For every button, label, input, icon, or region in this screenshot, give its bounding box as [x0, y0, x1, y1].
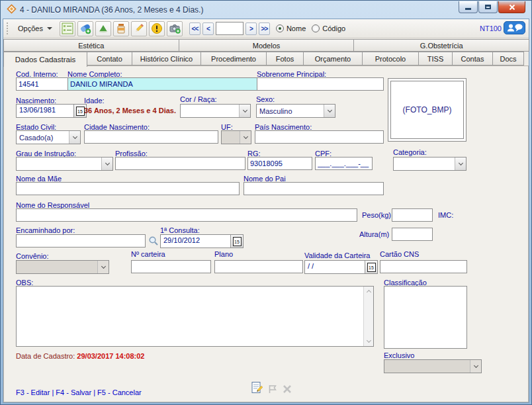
alert-button[interactable]: [149, 21, 165, 36]
jar-button[interactable]: [113, 21, 129, 36]
radio-nome[interactable]: Nome: [276, 24, 306, 32]
uf-select[interactable]: [221, 130, 251, 144]
nav-next-button[interactable]: >: [245, 22, 257, 35]
obs-scrollbar[interactable]: [363, 287, 373, 346]
tab-docs[interactable]: Docs: [492, 52, 524, 66]
chevron-down-icon: [72, 134, 77, 139]
estado-civil-select[interactable]: Casado(a): [16, 130, 81, 144]
radio-codigo[interactable]: Código: [312, 24, 345, 32]
medication-add-button[interactable]: [77, 21, 93, 36]
nav-prev-button[interactable]: <: [202, 22, 214, 35]
tab-gobstetricia[interactable]: G.Obstetrícia: [353, 39, 529, 52]
toolbar-grip[interactable]: [7, 22, 9, 34]
tab-modelos[interactable]: Modelos: [179, 39, 355, 52]
grau-instrucao-select[interactable]: [16, 157, 113, 171]
chevron-down-icon: [458, 161, 463, 165]
nome-responsavel-field[interactable]: [16, 208, 357, 222]
convenio-label: Convênio:: [16, 252, 49, 260]
patient-photo-box[interactable]: (FOTO_BMP): [388, 78, 466, 142]
tab-contas[interactable]: Contas: [452, 52, 493, 66]
camera-add-button[interactable]: [167, 21, 183, 36]
save-record-button[interactable]: [267, 384, 278, 396]
options-menu-button[interactable]: Opções: [13, 22, 58, 34]
scroll-down-icon[interactable]: [364, 337, 374, 346]
tab-estetica[interactable]: Estética: [3, 39, 179, 52]
photo-placeholder: (FOTO_BMP): [390, 81, 464, 139]
primeira-consulta-calendar-button[interactable]: 15: [230, 235, 243, 248]
close-button[interactable]: [498, 1, 525, 13]
rg-field[interactable]: [247, 157, 312, 170]
edit-note-button[interactable]: [131, 21, 147, 36]
nav-last-button[interactable]: >>: [259, 22, 270, 35]
classificacao-textarea[interactable]: [384, 286, 467, 349]
tab-dados-cadastrais[interactable]: Dados Cadastrais: [3, 52, 87, 67]
edit-record-button[interactable]: [251, 381, 263, 396]
record-search-input[interactable]: [216, 22, 244, 35]
cartao-cns-field[interactable]: [380, 260, 467, 273]
sexo-arrow[interactable]: [324, 105, 335, 117]
exclusivo-arrow[interactable]: [470, 360, 481, 373]
nome-mae-field[interactable]: [16, 182, 240, 195]
tab-tiss[interactable]: TISS: [418, 52, 453, 66]
estado-civil-arrow[interactable]: [69, 131, 80, 144]
categoria-arrow[interactable]: [455, 158, 466, 170]
pais-nascimento-field[interactable]: [255, 130, 384, 144]
cor-raca-arrow[interactable]: [239, 105, 250, 117]
profissao-field[interactable]: [115, 157, 245, 170]
plano-field[interactable]: [214, 260, 303, 273]
obs-textarea[interactable]: [16, 286, 374, 347]
tab-contato[interactable]: Contato: [87, 52, 132, 66]
altura-field[interactable]: [392, 228, 433, 241]
encaminhado-field[interactable]: [16, 234, 146, 248]
validade-calendar-button[interactable]: 15: [365, 261, 377, 273]
peso-field[interactable]: [392, 208, 433, 222]
exclusivo-label: Exclusivo: [384, 351, 414, 359]
nav-first-button[interactable]: <<: [189, 22, 200, 35]
sobrenome-field[interactable]: [257, 77, 384, 91]
nascimento-field[interactable]: 13/06/1981 15: [16, 104, 87, 118]
cancel-record-button[interactable]: [282, 384, 292, 396]
maximize-button[interactable]: [478, 1, 498, 13]
radio-nome-circle[interactable]: [276, 24, 284, 32]
scroll-up-icon[interactable]: [364, 287, 374, 296]
num-carteira-field[interactable]: [131, 260, 211, 273]
nome-pai-field[interactable]: [244, 182, 384, 195]
tab-historico-clinico[interactable]: Histórico Clínico: [132, 52, 201, 66]
validade-carteira-field[interactable]: / / 15: [304, 260, 378, 274]
primeira-consulta-field[interactable]: 29/10/2012 15: [160, 234, 244, 248]
image-button[interactable]: [95, 21, 111, 36]
sexo-select[interactable]: Masculino: [256, 104, 335, 118]
tab-fotos[interactable]: Fotos: [266, 52, 304, 66]
form-list-button[interactable]: [60, 21, 75, 36]
cidade-nascimento-field[interactable]: [84, 130, 218, 144]
tab-protocolo[interactable]: Protocolo: [362, 52, 419, 66]
chat-users-icon[interactable]: [504, 21, 525, 36]
cor-raca-select[interactable]: [180, 104, 251, 118]
tab-orcamento[interactable]: Orçamento: [303, 52, 363, 66]
categoria-select[interactable]: [393, 157, 466, 171]
window-title: 4 - DANILO MIRANDA (36 Anos, 2 Meses e 4…: [20, 5, 203, 15]
convenio-select[interactable]: [16, 260, 109, 274]
minimize-button[interactable]: [459, 1, 478, 13]
primeira-consulta-value: 29/10/2012: [161, 235, 230, 248]
tab-row-main: Dados Cadastrais Contato Histórico Clíni…: [3, 52, 523, 66]
encaminhado-search-button[interactable]: [148, 236, 159, 248]
chevron-down-icon: [243, 134, 247, 139]
exclusivo-select[interactable]: [384, 359, 482, 373]
idade-value: 36 Anos, 2 Meses e 4 Dias.: [84, 107, 176, 114]
cartao-cns-label: Cartão CNS: [380, 250, 419, 258]
window-frame: 4 - DANILO MIRANDA (36 Anos, 2 Meses e 4…: [1, 1, 531, 404]
tab-procedimento[interactable]: Procedimento: [200, 52, 267, 66]
validade-carteira-label: Validade da Carteira: [304, 251, 370, 259]
jar-icon: [115, 22, 127, 34]
sexo-value: Masculino: [257, 107, 324, 115]
cod-interno-field[interactable]: [16, 77, 69, 91]
convenio-arrow[interactable]: [97, 261, 109, 273]
cpf-field[interactable]: [315, 157, 373, 170]
grau-instrucao-arrow[interactable]: [101, 158, 112, 170]
chevron-down-icon: [473, 363, 478, 368]
uf-arrow[interactable]: [240, 131, 251, 144]
nome-completo-field[interactable]: [67, 77, 259, 91]
titlebar[interactable]: 4 - DANILO MIRANDA (36 Anos, 2 Meses e 4…: [3, 1, 529, 19]
radio-codigo-circle[interactable]: [312, 24, 320, 32]
